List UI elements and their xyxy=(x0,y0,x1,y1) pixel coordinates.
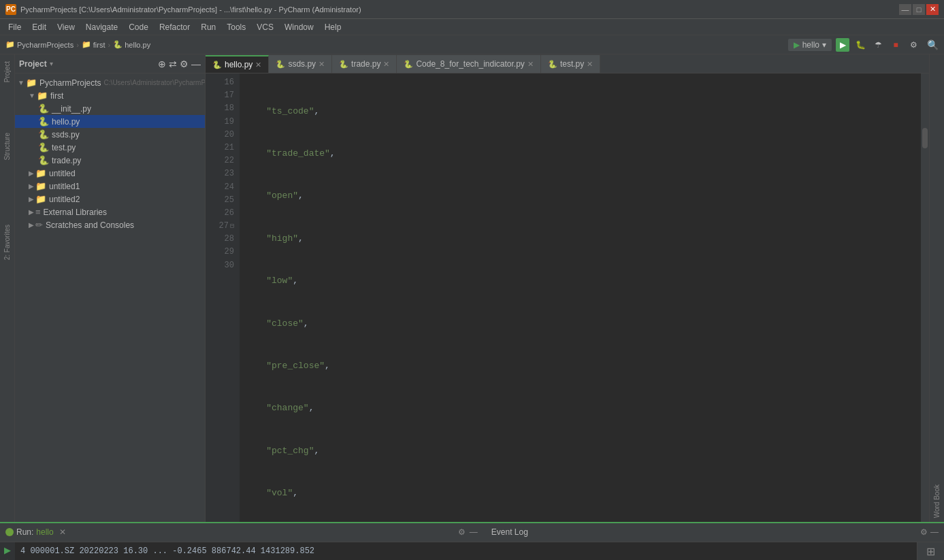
folder-icon-root: 📁 xyxy=(26,78,37,88)
line-num-20: 20 xyxy=(211,129,234,142)
code-line-17: "trade_date", xyxy=(245,147,915,161)
filter-icon[interactable]: ⊞ xyxy=(926,545,935,558)
close-button[interactable]: ✕ xyxy=(926,4,939,15)
menu-edit[interactable]: Edit xyxy=(27,21,52,33)
tree-label-untitled: untitled xyxy=(49,169,76,178)
sync-btn[interactable]: ⇄ xyxy=(169,59,177,69)
menu-code[interactable]: Code xyxy=(123,21,154,33)
run-play-btn[interactable]: ▶ xyxy=(4,545,11,555)
code-content[interactable]: "ts_code", "trade_date", "open", "high",… xyxy=(240,73,921,522)
line-num-16: 16 xyxy=(211,76,234,89)
run-tab-close[interactable]: ✕ xyxy=(59,527,66,537)
expand-arrow-ext-libs: ▶ xyxy=(29,208,34,216)
right-panel-tabs: Word Book xyxy=(929,54,944,522)
debug-button[interactable]: 🐛 xyxy=(853,38,867,52)
expand-arrow-untitled2: ▶ xyxy=(29,195,34,203)
word-book-tab[interactable]: Word Book xyxy=(932,480,942,522)
folder-icon: 📁 xyxy=(5,40,15,49)
tree-label-untitled2: untitled2 xyxy=(49,195,80,204)
add-btn[interactable]: ⊕ xyxy=(158,59,166,69)
run-with-coverage-button[interactable]: ☂ xyxy=(871,38,885,52)
event-log-label: Event Log xyxy=(491,527,528,537)
tab-test[interactable]: 🐍 test.py ✕ xyxy=(541,55,600,73)
tree-label-test: test.py xyxy=(52,143,76,152)
tab-hello[interactable]: 🐍 hello.py ✕ xyxy=(206,55,269,73)
tree-item-trade[interactable]: 🐍 trade.py xyxy=(15,154,205,167)
nav-project-root[interactable]: 📁 PycharmProjects xyxy=(5,40,74,49)
tab-label-ssds: ssds.py xyxy=(288,59,316,69)
menu-window[interactable]: Window xyxy=(279,21,319,33)
menu-navigate[interactable]: Navigate xyxy=(80,21,123,33)
menu-help[interactable]: Help xyxy=(319,21,347,33)
settings-button[interactable]: ⚙ xyxy=(907,38,920,52)
tree-item-untitled[interactable]: ▶ 📁 untitled xyxy=(15,167,205,180)
menu-run[interactable]: Run xyxy=(195,21,221,33)
tree-item-scratches[interactable]: ▶ ✏ Scratches and Consoles xyxy=(15,218,205,231)
tab-icon-code8: 🐍 xyxy=(404,60,413,69)
tree-item-test[interactable]: 🐍 test.py xyxy=(15,141,205,154)
settings-run-icon[interactable]: ⚙ xyxy=(458,527,466,537)
tab-close-hello[interactable]: ✕ xyxy=(255,61,261,69)
tree-item-ssds[interactable]: 🐍 ssds.py xyxy=(15,128,205,141)
tree-item-init[interactable]: 🐍 __init__.py xyxy=(15,102,205,115)
tree-label-trade: trade.py xyxy=(52,156,81,165)
sidebar-panel-title: Project xyxy=(19,59,47,69)
run-tab[interactable]: Run: hello ✕ xyxy=(5,527,66,537)
tree-item-ext-libs[interactable]: ▶ ≡ External Libraries xyxy=(15,205,205,218)
tree-item-untitled2[interactable]: ▶ 📁 untitled2 xyxy=(15,193,205,205)
menu-tools[interactable]: Tools xyxy=(221,21,251,33)
favorites-tab[interactable]: 2: Favorites xyxy=(2,220,12,264)
hide-panel-btn[interactable]: — xyxy=(191,59,201,69)
scroll-up-btn[interactable]: ▲ xyxy=(3,557,12,560)
line-num-19: 19 xyxy=(211,116,234,129)
tab-trade[interactable]: 🐍 trade.py ✕ xyxy=(332,55,397,73)
tree-item-untitled1[interactable]: ▶ 📁 untitled1 xyxy=(15,180,205,193)
tree-label-root: PycharmProjects xyxy=(39,78,101,88)
tree-item-first[interactable]: ▼ 📁 first xyxy=(15,89,205,102)
menu-vcs[interactable]: VCS xyxy=(251,21,279,33)
panel-title-arrow[interactable]: ▾ xyxy=(50,60,53,67)
line-num-26: 26 xyxy=(211,207,234,220)
tab-code8[interactable]: 🐍 Code_8_for_tech_indicator.py ✕ xyxy=(397,55,540,73)
menu-bar: File Edit View Navigate Code Refactor Ru… xyxy=(0,19,944,35)
tab-close-test[interactable]: ✕ xyxy=(587,60,593,69)
code-line-22: "pre_close", xyxy=(245,359,915,374)
minimize-button[interactable]: — xyxy=(899,4,911,15)
structure-tab[interactable]: Structure xyxy=(2,129,12,165)
tab-close-code8[interactable]: ✕ xyxy=(527,60,534,69)
tree-label-untitled1: untitled1 xyxy=(49,182,80,191)
line-num-25: 25 xyxy=(211,194,234,207)
menu-refactor[interactable]: Refactor xyxy=(154,21,195,33)
project-tab[interactable]: Project xyxy=(2,57,12,86)
minimize-run-panel[interactable]: — xyxy=(470,527,478,537)
nav-first-folder[interactable]: 📁 first xyxy=(82,40,105,49)
gear-icon[interactable]: ⚙ xyxy=(180,59,189,69)
run-config-name: hello xyxy=(36,527,53,537)
run-button[interactable]: ▶ xyxy=(836,38,849,52)
code-line-24: "pct_chg", xyxy=(245,444,915,459)
code-editor[interactable]: 16 17 18 19 20 21 22 23 24 25 26 27 ⊟ 28… xyxy=(206,73,929,522)
run-content[interactable]: 4 000001.SZ 20220223 16.30 ... -0.2465 8… xyxy=(15,542,917,560)
folder-icon-untitled2: 📁 xyxy=(35,194,46,204)
menu-file[interactable]: File xyxy=(3,21,27,33)
event-log-settings-icon[interactable]: ⚙ xyxy=(920,527,928,537)
nav-file[interactable]: 🐍 hello.py xyxy=(113,40,150,49)
tab-close-ssds[interactable]: ✕ xyxy=(319,60,325,69)
editor-scrollbar[interactable] xyxy=(921,73,929,522)
run-config-dropdown[interactable]: ▶ hello ▾ xyxy=(788,39,832,51)
expand-arrow-first: ▼ xyxy=(29,92,35,99)
search-everywhere-button[interactable]: 🔍 xyxy=(927,39,939,50)
tab-icon-hello: 🐍 xyxy=(212,61,222,69)
run-output: ▶ ▲ ▼ ⏩ 4 000001.SZ 20220223 16.30 ... -… xyxy=(0,542,944,560)
event-log-close[interactable]: — xyxy=(930,527,939,537)
tree-item-root[interactable]: ▼ 📁 PycharmProjects C:\Users\Administrat… xyxy=(15,76,205,89)
ext-libs-icon: ≡ xyxy=(35,207,41,217)
maximize-button[interactable]: □ xyxy=(913,4,925,15)
tree-item-hello[interactable]: 🐍 hello.py xyxy=(15,115,205,128)
tab-close-trade[interactable]: ✕ xyxy=(383,60,389,69)
stop-button[interactable]: ■ xyxy=(889,38,902,52)
menu-view[interactable]: View xyxy=(52,21,80,33)
event-log-button[interactable]: Event Log xyxy=(491,527,528,537)
tab-ssds[interactable]: 🐍 ssds.py ✕ xyxy=(269,55,332,73)
line-num-17: 17 xyxy=(211,89,234,102)
